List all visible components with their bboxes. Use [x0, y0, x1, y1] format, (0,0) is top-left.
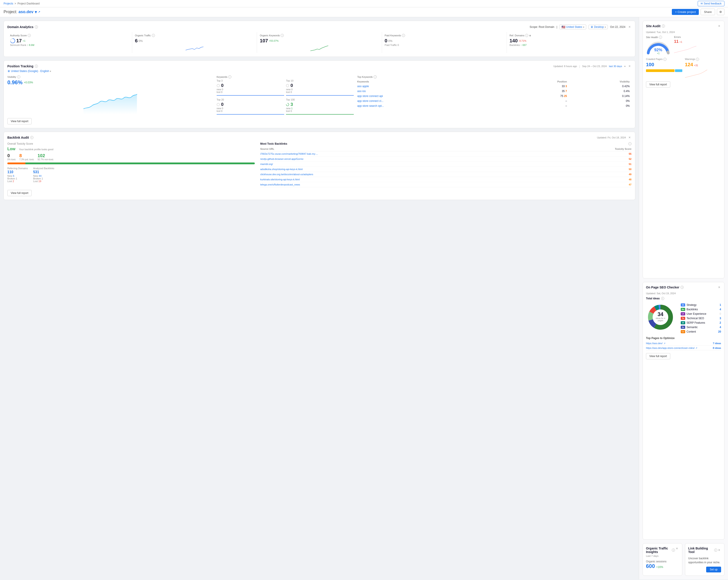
authority-info-icon[interactable]: i: [28, 34, 31, 37]
backlink-audit-view-report-button[interactable]: View full report: [7, 190, 32, 196]
position-tracking-info-icon[interactable]: i: [35, 64, 38, 68]
category-count: 4: [720, 326, 721, 329]
toxic-link[interactable]: mwmbl.org/: [260, 163, 273, 165]
toxic-link[interactable]: nextjs-github-browser.vercel.app/Gorniv: [260, 158, 303, 160]
main-layout: Domain Analytics i Scope: Root Domain | …: [0, 17, 728, 579]
pt-scope-selector[interactable]: 🖥 United States (Google) · English ▾: [7, 70, 631, 73]
domain-analytics-close-button[interactable]: ×: [628, 25, 631, 29]
device-chip[interactable]: 🖥 Desktop ▾: [589, 25, 608, 29]
health-info-icon[interactable]: i: [659, 36, 662, 39]
keyword-link[interactable]: app store connect cl...: [357, 99, 383, 103]
site-audit-close-button[interactable]: ×: [717, 24, 721, 28]
kw-col-header: Keywords: [357, 79, 508, 84]
on-page-seo-updated: Updated: Sat, Oct 19, 2024: [646, 292, 721, 295]
breadcrumb-projects[interactable]: Projects: [4, 2, 13, 5]
total-ideas-info-icon[interactable]: i: [661, 297, 664, 300]
domain-external-link-icon[interactable]: ↗: [38, 10, 40, 14]
top-keywords-info-icon[interactable]: i: [373, 75, 377, 78]
lbt-info-icon[interactable]: i: [714, 549, 717, 552]
project-domain[interactable]: aso.dev: [19, 9, 33, 14]
keywords-section: Keywords i Top 3 0: [217, 75, 354, 115]
site-audit-info-icon[interactable]: i: [662, 25, 665, 28]
backlink-audit-close-button[interactable]: ×: [628, 135, 631, 139]
ref-domains-info-icon[interactable]: i: [525, 34, 528, 37]
lbt-description: Uncover backlink opportunities in your n…: [688, 556, 721, 564]
lbt-setup-button[interactable]: Set up: [706, 566, 721, 573]
on-page-seo-card: On Page SEO Checker i × Updated: Sat, Oc…: [643, 282, 724, 539]
toxic-bar-segment: [7, 162, 25, 164]
keywords-info-icon[interactable]: i: [228, 75, 231, 78]
list-item: UX User Experience 0: [681, 312, 721, 316]
pt-meta: Updated: 8 hours ago | Sep 24 – Oct 23, …: [553, 64, 631, 68]
site-audit-bottom: Crawled Pages i 100 Warnings i 1: [646, 58, 721, 79]
health-donut-wrap: Site Health i 92% +1: [646, 36, 671, 56]
top100-circle-icon: [286, 103, 289, 106]
errors-section: Errors 11 +1: [674, 36, 721, 55]
feedback-icon: ✉: [701, 2, 703, 5]
site-audit-card: Site Audit i × Updated: Tue, Oct 1, 2024…: [643, 21, 724, 279]
top3-circle-icon: [217, 84, 220, 87]
list-item: https://aso.dev/app-store-connect/user-r…: [646, 346, 721, 350]
domain-dropdown-icon[interactable]: ▾: [35, 9, 37, 15]
toxic-link[interactable]: telega.one/s/flutterdevpodcast_news: [260, 183, 300, 186]
page-url-link[interactable]: https://aso.dev/ ↗: [646, 342, 666, 345]
country-chip[interactable]: 🇺🇸 United States ▾: [560, 25, 586, 29]
site-audit-view-report-button[interactable]: View full report: [646, 81, 670, 87]
right-panel: Site Audit i × Updated: Tue, Oct 1, 2024…: [639, 17, 728, 579]
share-button[interactable]: Share: [701, 9, 715, 15]
site-health-section: Site Health i 92% +1: [646, 36, 721, 56]
on-page-seo-info-icon[interactable]: i: [680, 286, 684, 289]
paid-keywords-info-icon[interactable]: i: [402, 34, 405, 37]
total-ideas-label: Total ideas i: [646, 297, 721, 300]
visibility-info-icon[interactable]: i: [17, 75, 20, 78]
sessions-change: +16%: [656, 565, 663, 569]
most-toxic-label: Most Toxic Backlinks: [260, 142, 287, 145]
keyword-link[interactable]: aso apple: [357, 85, 369, 88]
lbt-close-button[interactable]: ×: [717, 548, 721, 552]
crawled-info-icon[interactable]: i: [664, 58, 667, 61]
breadcrumb-current: Project Dashboard: [17, 2, 40, 5]
ideas-donut-chart: 34 ideas for 4 pages: [646, 303, 677, 334]
toxic-link[interactable]: kurkinatv.site/storing-api-keys-k.html: [260, 178, 300, 181]
oti-close-button[interactable]: ×: [675, 547, 679, 551]
svg-text:+1: +1: [657, 52, 659, 55]
external-link-icon: ↗: [664, 342, 666, 345]
ideas-legend: St Strategy 1 Ba Backlinks 4 UX User Exp…: [681, 303, 721, 334]
pos-col-header: Position: [508, 79, 569, 84]
on-page-seo-close-button[interactable]: ×: [717, 285, 721, 289]
toxic-link[interactable]: clickhouse.dev.org.tw/docs/en/about-us/a…: [260, 173, 313, 176]
organic-traffic-info-icon[interactable]: i: [152, 34, 155, 37]
create-project-button[interactable]: + Create project: [672, 9, 699, 15]
country-chevron-icon: ▾: [583, 26, 584, 28]
category-count: 4: [720, 308, 721, 311]
toxic-link[interactable]: adsdiksha.shop/storing-api-keys-k.html: [260, 168, 303, 170]
country-flag-icon: 🇺🇸: [562, 25, 565, 29]
oti-info-icon[interactable]: i: [672, 549, 675, 552]
position-tracking-view-report-button[interactable]: View full report: [7, 118, 32, 124]
keyword-link[interactable]: app store connect api: [357, 95, 383, 98]
backlink-audit-info-icon[interactable]: i: [30, 136, 33, 139]
keyword-link[interactable]: app store search opt...: [357, 104, 384, 107]
toxic-link[interactable]: i7663o7275z.oszar.com/marketing/769847-k…: [260, 153, 318, 155]
position-tracking-close-button[interactable]: ×: [628, 64, 631, 68]
warnings-info-icon[interactable]: i: [696, 58, 699, 61]
organic-traffic-insights-card: Organic Traffic Insights i Last 7 days ×…: [643, 543, 682, 576]
top3-divider: [217, 95, 284, 96]
top-keywords-section: Top Keywords i Keywords Position Visibil…: [357, 75, 631, 115]
send-feedback-button[interactable]: ✉ Send feedback: [698, 1, 724, 6]
on-page-seo-view-report-button[interactable]: View full report: [646, 353, 670, 359]
breadcrumb-sep: >: [15, 2, 16, 5]
settings-button[interactable]: ⚙: [717, 9, 724, 15]
organic-keywords-info-icon[interactable]: i: [281, 34, 284, 37]
page-url-link[interactable]: https://aso.dev/app-store-connect/user-r…: [646, 347, 697, 349]
keyword-link[interactable]: aso ios: [357, 89, 366, 93]
top100-item: Top 100 3 new 1 lost 0: [286, 98, 354, 115]
domain-analytics-info-icon[interactable]: i: [35, 25, 38, 29]
desktop-icon: 🖥: [591, 25, 593, 29]
domain-analytics-card: Domain Analytics i Scope: Root Domain | …: [4, 21, 635, 57]
organic-keywords-chart: [260, 45, 379, 51]
most-toxic-info-icon[interactable]: i: [628, 142, 631, 145]
health-donut-chart: 92% +1: [646, 40, 671, 55]
desktop-scope-icon: 🖥: [7, 70, 10, 73]
last-30-days-selector[interactable]: last 30 days: [609, 65, 622, 68]
